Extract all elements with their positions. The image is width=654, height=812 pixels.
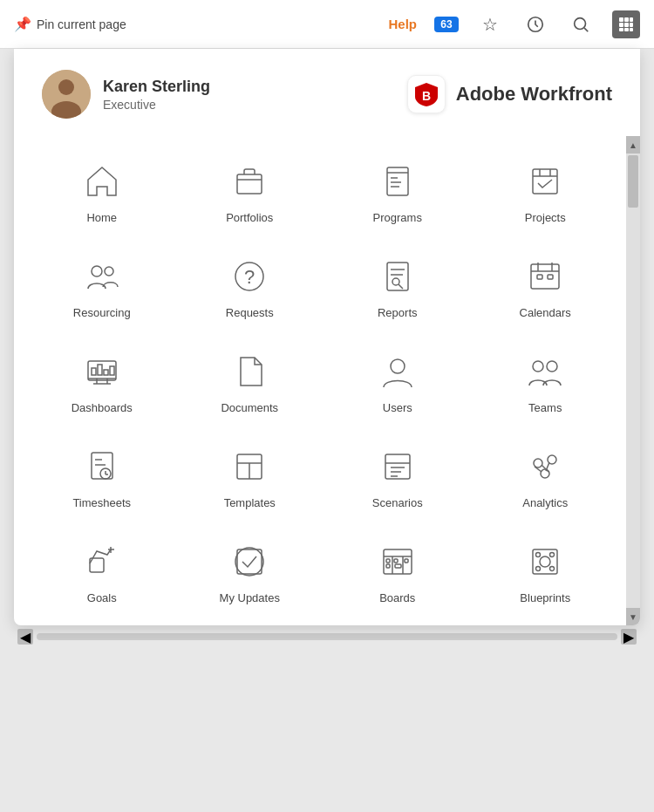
svg-rect-16 [237,174,262,194]
svg-point-51 [391,359,405,373]
goals-label: Goals [87,591,117,604]
favorites-icon[interactable]: ☆ [476,10,504,38]
svg-text:B: B [422,89,431,103]
svg-rect-87 [405,559,408,563]
svg-rect-47 [92,368,96,375]
vertical-scrollbar[interactable]: ▲ ▼ [626,136,640,625]
svg-rect-54 [92,453,112,479]
reports-icon [375,254,420,299]
documents-icon [227,349,272,394]
notification-badge[interactable]: 63 [434,17,459,32]
nav-item-resourcing[interactable]: Resourcing [28,238,176,333]
nav-item-projects[interactable]: Projects [472,143,620,238]
goals-icon [79,539,125,584]
svg-point-53 [547,361,557,372]
svg-rect-6 [619,23,623,27]
nav-grid: Home Portfolios [14,136,640,625]
projects-icon [522,159,568,204]
nav-item-goals[interactable]: Goals [28,523,176,618]
timesheets-label: Timesheets [72,496,131,509]
search-icon[interactable] [567,10,595,38]
analytics-label: Analytics [522,496,568,509]
requests-icon: ? [227,254,272,299]
user-role: Executive [103,98,210,112]
nav-item-blueprints[interactable]: Blueprints [472,523,620,618]
dashboards-label: Dashboards [72,401,133,414]
nav-item-scenarios[interactable]: Scenarios [324,428,472,523]
svg-rect-8 [630,23,633,27]
main-panel: Karen Sterling Executive B Adobe Workfro… [0,49,654,625]
programs-icon [375,159,420,204]
scroll-thumb[interactable] [628,155,638,208]
scroll-down-button[interactable]: ▼ [626,608,640,625]
svg-point-34 [392,278,399,285]
svg-point-78 [235,548,263,576]
svg-rect-23 [533,169,557,194]
resourcing-icon [79,254,125,299]
svg-rect-83 [386,559,390,563]
nav-item-timesheets[interactable]: Timesheets [28,428,176,523]
svg-point-90 [536,553,541,557]
nav-item-programs[interactable]: Programs [324,143,472,238]
nav-item-calendars[interactable]: Calendars [472,238,620,333]
users-icon [375,349,420,394]
svg-point-92 [536,567,541,571]
svg-point-93 [550,567,555,571]
nav-item-analytics[interactable]: Analytics [472,428,620,523]
svg-rect-5 [630,17,633,22]
nav-item-my-updates[interactable]: My Updates [176,523,324,618]
svg-point-52 [533,361,543,372]
nav-item-portfolios[interactable]: Portfolios [176,143,324,238]
dashboards-icon [79,349,125,394]
svg-rect-36 [531,264,559,289]
pin-page-button[interactable]: 📌 Pin current page [14,16,126,32]
teams-label: Teams [528,401,562,414]
nav-item-boards[interactable]: Boards [324,523,472,618]
documents-label: Documents [221,401,278,414]
svg-rect-4 [624,17,629,22]
portfolios-label: Portfolios [226,211,273,224]
nav-item-reports[interactable]: Reports [324,238,472,333]
brand-section: B Adobe Workfront [407,75,612,113]
scroll-right-button[interactable]: ▶ [621,629,637,645]
user-name: Karen Sterling [103,78,210,96]
svg-rect-86 [395,564,401,568]
calendars-icon [522,254,568,299]
nav-item-templates[interactable]: Templates [176,428,324,523]
svg-rect-49 [104,370,108,375]
pin-label: Pin current page [37,17,126,31]
blueprints-label: Blueprints [520,591,570,604]
nav-item-dashboards[interactable]: Dashboards [28,333,176,428]
svg-rect-41 [548,275,553,279]
scenarios-icon [375,444,420,489]
app-grid-icon[interactable] [612,10,640,38]
projects-label: Projects [525,211,566,224]
svg-rect-3 [619,17,623,22]
history-icon[interactable] [521,10,549,38]
profile-text: Karen Sterling Executive [103,78,210,112]
scroll-track [626,154,640,608]
svg-rect-10 [624,28,629,31]
avatar [42,70,91,119]
horizontal-scroll-track [37,633,617,640]
svg-rect-77 [237,549,262,574]
svg-point-27 [92,266,102,276]
help-button[interactable]: Help [388,17,417,31]
nav-item-documents[interactable]: Documents [176,333,324,428]
nav-item-home[interactable]: Home [28,143,176,238]
home-label: Home [86,211,117,224]
reports-label: Reports [378,306,418,319]
analytics-icon [522,444,568,489]
brand-name: Adobe Workfront [456,83,612,106]
svg-line-2 [584,28,588,31]
svg-rect-9 [619,28,623,31]
scroll-left-button[interactable]: ◀ [17,629,33,645]
scroll-up-button[interactable]: ▲ [626,136,640,154]
svg-rect-84 [386,564,390,568]
svg-point-13 [58,79,74,95]
home-icon [79,159,125,204]
nav-item-requests[interactable]: ? Requests [176,238,324,333]
nav-item-teams[interactable]: Teams [472,333,620,428]
nav-item-users[interactable]: Users [324,333,472,428]
requests-label: Requests [226,306,274,319]
